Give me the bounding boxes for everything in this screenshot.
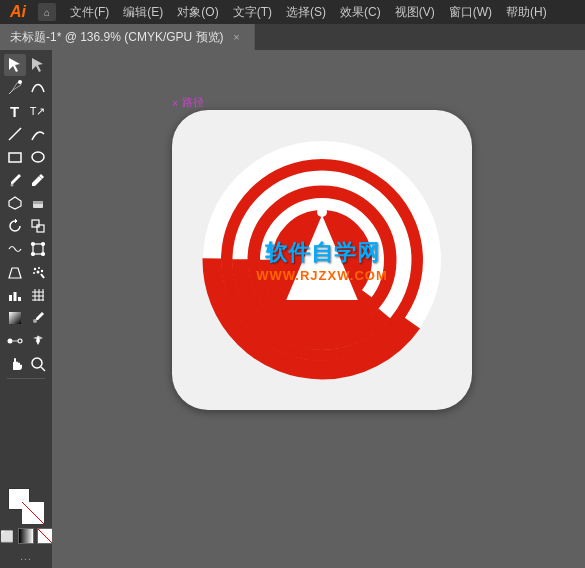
svg-rect-50 [282,300,362,318]
svg-point-14 [31,243,34,246]
svg-rect-4 [9,153,21,162]
left-toolbar: T T↗ [0,50,52,568]
none-slash-btn[interactable] [37,528,52,544]
menu-type[interactable]: 文字(T) [227,2,278,23]
type-tool[interactable]: T [4,100,26,122]
tool-row-gradient [0,307,52,329]
svg-rect-24 [9,295,12,301]
none-color-btn[interactable]: ⬜ [0,528,15,544]
touch-type-tool[interactable]: T↗ [27,100,49,122]
icon-svg [202,140,442,380]
svg-point-51 [317,207,327,217]
arc-tool[interactable] [27,123,49,145]
path-x-icon: × [172,97,178,109]
color-picker-area: ⬜ [0,484,52,548]
direct-selection-tool[interactable] [27,54,49,76]
zoom-tool[interactable] [27,353,49,375]
color-squares[interactable] [8,488,44,524]
more-tools-button[interactable]: ... [20,549,31,564]
tool-row-navigate [0,353,52,375]
svg-rect-33 [9,312,21,324]
svg-rect-13 [33,244,43,254]
tool-row-warp [0,238,52,260]
eraser-tool[interactable] [27,192,49,214]
svg-point-38 [32,358,42,368]
warp-tool[interactable] [4,238,26,260]
tool-row-brush [0,169,52,191]
home-icon[interactable]: ⌂ [38,3,56,21]
curvature-tool[interactable] [27,77,49,99]
svg-marker-0 [9,58,20,72]
menu-bar: Ai ⌂ 文件(F) 编辑(E) 对象(O) 文字(T) 选择(S) 效果(C)… [0,0,585,24]
tool-row-type: T T↗ [0,100,52,122]
tool-row-shaper [0,192,52,214]
svg-point-20 [38,267,40,269]
tool-row-pen [0,77,52,99]
pencil-tool[interactable] [27,169,49,191]
svg-point-22 [33,272,35,274]
toolbar-divider [7,378,45,379]
menu-help[interactable]: 帮助(H) [500,2,553,23]
svg-point-5 [32,152,44,162]
main-layout: T T↗ [0,50,585,568]
shaper-tool[interactable] [4,192,26,214]
svg-marker-1 [32,58,43,72]
blend-tool[interactable] [4,330,26,352]
color-mode-row: ⬜ [0,528,52,544]
menu-window[interactable]: 窗口(W) [443,2,498,23]
stroke-color[interactable] [22,502,44,524]
svg-point-16 [31,253,34,256]
svg-point-35 [7,339,12,344]
canvas-area[interactable]: × 路径 [52,50,585,568]
svg-point-36 [18,339,22,343]
svg-rect-26 [18,297,21,301]
hand-tool[interactable] [4,353,26,375]
svg-line-39 [41,367,45,371]
rect-tool[interactable] [4,146,26,168]
selection-tool[interactable] [4,54,26,76]
eyedropper-tool[interactable] [27,307,49,329]
menu-view[interactable]: 视图(V) [389,2,441,23]
svg-marker-8 [9,197,21,209]
svg-point-34 [33,319,37,323]
svg-marker-18 [9,268,21,278]
svg-point-6 [10,184,13,187]
svg-point-17 [41,253,44,256]
svg-point-15 [41,243,44,246]
menu-select[interactable]: 选择(S) [280,2,332,23]
tool-row-perspective [0,261,52,283]
symbol-sprayer-tool[interactable] [27,261,49,283]
tool-row-graph [0,284,52,306]
menu-object[interactable]: 对象(O) [171,2,224,23]
column-graph-tool[interactable] [4,284,26,306]
svg-point-23 [36,271,39,274]
free-transform-tool[interactable] [27,238,49,260]
svg-rect-11 [32,220,39,227]
svg-line-3 [9,128,21,140]
ai-logo: Ai [4,3,32,21]
live-paint-tool[interactable] [27,330,49,352]
path-label: × 路径 [172,95,204,110]
svg-point-2 [18,80,22,84]
gradient-color-btn[interactable] [18,528,34,544]
scale-tool[interactable] [27,215,49,237]
line-tool[interactable] [4,123,26,145]
paintbrush-tool[interactable] [4,169,26,191]
tab-close-button[interactable]: × [230,30,244,44]
active-tab[interactable]: 未标题-1* @ 136.9% (CMYK/GPU 预览) × [0,24,255,50]
svg-point-19 [33,268,35,270]
rotate-tool[interactable] [4,215,26,237]
menu-file[interactable]: 文件(F) [64,2,115,23]
perspective-tool[interactable] [4,261,26,283]
pen-tool[interactable] [4,77,26,99]
ellipse-tool[interactable] [27,146,49,168]
gradient-tool[interactable] [4,307,26,329]
tool-row-blend [0,330,52,352]
menu-edit[interactable]: 编辑(E) [117,2,169,23]
tab-bar: 未标题-1* @ 136.9% (CMYK/GPU 预览) × [0,24,585,50]
tool-row-line [0,123,52,145]
mesh-tool[interactable] [27,284,49,306]
svg-rect-10 [33,201,43,204]
menu-effect[interactable]: 效果(C) [334,2,387,23]
tool-row-rect [0,146,52,168]
